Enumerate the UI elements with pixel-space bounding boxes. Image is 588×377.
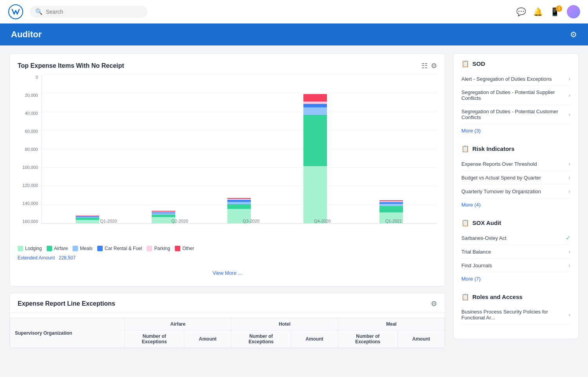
nav-item[interactable]: Expense Reports Over Threshold› (461, 157, 570, 171)
left-panel: Top Expense Items With No Receipt ☷ ⚙ 16… (9, 53, 445, 348)
nav-item-label: Budget vs Actual Spend by Quarter (461, 175, 541, 181)
nav-item[interactable]: Segregation of Duties - Potential Custom… (461, 105, 570, 124)
chevron-right-icon: › (568, 248, 570, 255)
chat-icon[interactable]: 💬 (516, 7, 526, 16)
nav-item[interactable]: Sarbanes-Oxley Act✓ (461, 231, 570, 245)
nav-item-label: Sarbanes-Oxley Act (461, 235, 506, 241)
y-axis-label: 100,000 (22, 165, 38, 170)
section-copy-icon: 📋 (461, 219, 469, 227)
nav-item-more-label: More (4) (461, 202, 481, 208)
nav-item-label: Trial Balance (461, 249, 491, 255)
nav-item[interactable]: Find Journals› (461, 259, 570, 272)
x-axis-label: Q2-2020 (144, 219, 216, 223)
page-title: Auditor (11, 29, 42, 40)
chart-legend: LodgingAirfareMealsCar Rental & FuelPark… (18, 246, 437, 251)
y-axis-label: 140,000 (22, 201, 38, 206)
nav-item[interactable]: More (4) (461, 198, 570, 211)
nav-item-label: Expense Reports Over Threshold (461, 161, 537, 167)
section-block-risk: 📋Risk IndicatorsExpense Reports Over Thr… (461, 145, 570, 211)
section-title-sod: 📋SOD (461, 60, 570, 67)
meal-exceptions-header: Number ofExceptions (338, 330, 397, 348)
search-icon: 🔍 (35, 8, 43, 15)
x-axis-label: Q4-2020 (287, 219, 358, 223)
section-title-text: SOD (472, 60, 485, 67)
nav-item[interactable]: Trial Balance› (461, 245, 570, 259)
legend-swatch (18, 246, 23, 251)
chevron-right-icon: › (568, 111, 570, 118)
nav-icons: 💬 🔔 📱 3 (516, 5, 580, 18)
settings-icon[interactable]: ⚙ (431, 62, 437, 70)
bell-icon[interactable]: 🔔 (533, 7, 543, 16)
section-title-sox: 📋SOX Audit (461, 219, 570, 227)
search-input[interactable] (46, 9, 142, 15)
legend-swatch (147, 246, 152, 251)
view-more-button[interactable]: View More ... (18, 268, 437, 278)
x-axis-label: Q1-2021 (358, 219, 429, 223)
nav-item-label: Quarterly Turnover by Organization (461, 188, 541, 194)
nav-item[interactable]: Segregation of Duties - Potential Suppli… (461, 86, 570, 105)
legend-label: Other (182, 246, 194, 251)
section-title-text: SOX Audit (472, 219, 501, 226)
right-card: 📋SODAlert - Segregation of Duties Except… (453, 53, 579, 339)
legend-item: Other (175, 246, 194, 251)
bars-group (42, 75, 437, 223)
meal-group-header: Meal (338, 318, 445, 330)
nav-item-more-label: More (7) (461, 276, 481, 282)
legend-swatch (175, 246, 180, 251)
chart-card-header: Top Expense Items With No Receipt ☷ ⚙ (18, 62, 437, 70)
chevron-right-icon: › (568, 76, 570, 82)
legend-label: Parking (154, 246, 170, 251)
section-block-roles: 📋Roles and AccessBusiness Process Securi… (461, 293, 570, 324)
table-card-header: Expense Report Line Exceptions ⚙ (10, 293, 445, 313)
legend-label: Airfare (54, 246, 68, 251)
extended-label: Extended Amount (18, 255, 55, 261)
nav-item[interactable]: Budget vs Actual Spend by Quarter› (461, 171, 570, 185)
table-settings-icon[interactable]: ⚙ (431, 299, 437, 308)
main-content: Top Expense Items With No Receipt ☷ ⚙ 16… (0, 45, 588, 356)
avatar[interactable] (567, 5, 580, 18)
bar-segment (303, 166, 327, 223)
exceptions-table: Supervisory Organization Airfare Hotel M… (10, 318, 445, 348)
inbox-icon[interactable]: 📱 3 (550, 7, 560, 16)
airfare-exceptions-header: Number ofExceptions (125, 330, 184, 348)
section-title-roles: 📋Roles and Access (461, 293, 570, 301)
y-axis-label: 160,000 (22, 219, 38, 224)
section-block-sod: 📋SODAlert - Segregation of Duties Except… (461, 60, 570, 137)
table-card: Expense Report Line Exceptions ⚙ Supervi… (9, 293, 445, 348)
y-axis-label: 40,000 (25, 111, 38, 116)
bar-column (296, 94, 335, 223)
nav-item[interactable]: More (3) (461, 124, 570, 137)
legend-label: Lodging (25, 246, 42, 251)
chart-title: Top Expense Items With No Receipt (18, 62, 124, 69)
legend-swatch (97, 246, 103, 251)
bar-stack[interactable] (303, 94, 327, 223)
nav-item-label: Segregation of Duties - Potential Custom… (461, 109, 568, 120)
app-logo[interactable] (8, 4, 24, 20)
extended-value[interactable]: 228,507 (59, 255, 76, 261)
header-gear-icon[interactable]: ⚙ (570, 30, 577, 39)
search-bar[interactable]: 🔍 (30, 6, 147, 18)
airfare-group-header: Airfare (125, 318, 231, 330)
inbox-badge: 3 (556, 5, 562, 12)
meal-amount-header: Amount (397, 330, 445, 348)
chevron-right-icon: › (568, 92, 570, 98)
nav-item[interactable]: Alert - Segregation of Duties Exceptions… (461, 72, 570, 86)
nav-item[interactable]: Business Process Security Policies for F… (461, 305, 570, 324)
chart-card: Top Expense Items With No Receipt ☷ ⚙ 16… (9, 53, 445, 286)
chevron-right-icon: › (568, 188, 570, 194)
nav-item[interactable]: More (7) (461, 272, 570, 285)
bar-segment (303, 94, 327, 102)
x-axis-label: Q3-2020 (216, 219, 287, 223)
hotel-group-header: Hotel (231, 318, 338, 330)
nav-item-label: Find Journals (461, 263, 492, 268)
section-title-text: Roles and Access (472, 294, 523, 300)
filter-icon[interactable]: ☷ (421, 62, 428, 70)
nav-item-label: Business Process Security Policies for F… (461, 309, 568, 321)
chevron-right-icon: › (568, 312, 570, 318)
chart-area: Q1-2020Q2-2020Q3-2020Q4-2020Q1-2021 (41, 75, 437, 224)
org-column-header: Supervisory Organization (10, 318, 125, 348)
page-header: Auditor ⚙ (0, 24, 588, 45)
section-copy-icon: 📋 (461, 145, 469, 152)
nav-item[interactable]: Quarterly Turnover by Organization› (461, 185, 570, 198)
bar-segment (303, 107, 327, 115)
